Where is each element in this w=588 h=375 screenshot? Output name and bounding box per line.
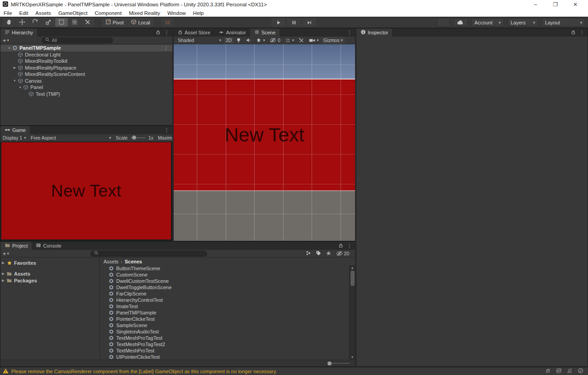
audio-toggle-button[interactable] [244, 37, 253, 44]
search-by-label-icon[interactable] [316, 250, 321, 257]
cloud-button[interactable] [453, 18, 468, 27]
asset-list-item[interactable]: ButtonThemeScene [100, 265, 349, 272]
close-button[interactable]: ✕ [565, 0, 585, 9]
hierarchy-item[interactable]: Directional Light [0, 52, 172, 58]
tree-collapsed-icon[interactable]: ▶ [0, 272, 6, 276]
thumbnail-size-slider[interactable] [328, 363, 350, 364]
hierarchy-search-input[interactable]: All [42, 38, 113, 43]
menu-item-assets[interactable]: Assets [35, 10, 51, 16]
panel-menu-icon[interactable]: ⋮ [347, 30, 352, 36]
game-viewport[interactable]: New Text [0, 142, 172, 241]
tab-hierarchy[interactable]: Hierarchy [0, 28, 37, 37]
lock-icon[interactable] [571, 30, 576, 36]
menu-item-mixed-reality[interactable]: Mixed Reality [129, 10, 160, 16]
status-ok-icon[interactable] [578, 368, 583, 375]
asset-list-item[interactable]: TextMeshProTagTest2 [100, 341, 349, 347]
menu-item-component[interactable]: Component [95, 10, 121, 16]
layout-dropdown[interactable]: Layout▾ [542, 18, 585, 27]
scrollbar[interactable]: ▲ ▼ [349, 265, 355, 360]
tab-project[interactable]: Project [0, 242, 32, 250]
camera-dropdown[interactable]: ▾ [307, 37, 321, 44]
lock-icon[interactable] [156, 30, 161, 36]
asset-list-item[interactable]: ImateTest [100, 303, 349, 309]
project-search-input[interactable] [90, 251, 207, 257]
scroll-down-icon[interactable]: ▼ [351, 355, 354, 360]
create-asset-button[interactable]: +▾ [3, 250, 9, 257]
rect-tool[interactable] [55, 18, 68, 27]
asset-list-item[interactable]: DwellCustomTestScene [100, 278, 349, 284]
pause-button[interactable] [287, 18, 301, 27]
scene-visibility-button[interactable]: 0 [268, 37, 282, 44]
asset-list-item[interactable]: CustomScene [100, 272, 349, 278]
gizmos-dropdown[interactable]: Gizmos▾ [322, 37, 345, 44]
hierarchy-item[interactable]: ▼Canvas [0, 78, 172, 84]
menu-item-file[interactable]: File [4, 10, 12, 16]
account-dropdown[interactable]: Account▾ [471, 18, 504, 27]
lock-icon[interactable] [338, 243, 343, 249]
asset-list-item[interactable]: PanelTMPSample [100, 309, 349, 316]
panel-menu-icon[interactable]: ⋮ [164, 127, 169, 133]
asset-list-item[interactable]: HierarchyControlTest [100, 297, 349, 303]
hierarchy-item[interactable]: Text (TMP) [0, 91, 172, 98]
pivot-toggle-button[interactable]: Pivot [102, 18, 127, 27]
asset-list-item[interactable]: SampleScene [100, 322, 349, 328]
hierarchy-item[interactable]: ▶MixedRealityPlayspace [0, 65, 172, 71]
breadcrumb-root[interactable]: Assets [104, 259, 119, 264]
asset-list-item[interactable]: SingletonAudioTest [100, 328, 349, 335]
lighting-toggle-button[interactable] [234, 37, 243, 44]
play-button[interactable] [271, 18, 285, 27]
tab-scene[interactable]: Scene [250, 28, 280, 37]
rotate-tool[interactable] [29, 18, 42, 27]
minimize-button[interactable]: – [526, 0, 545, 9]
tree-collapsed-icon[interactable]: ▶ [0, 279, 6, 282]
tab-console[interactable]: Console [32, 242, 65, 250]
asset-list-item[interactable]: PointerClickeTest [100, 316, 349, 322]
sidebar-item-packages[interactable]: ▶Packages [0, 277, 100, 284]
breadcrumb-current[interactable]: Scenes [125, 259, 142, 264]
shading-mode-dropdown[interactable]: Shaded▾ [176, 37, 223, 44]
panel-menu-icon[interactable]: ⋮ [164, 30, 169, 36]
menu-item-edit[interactable]: Edit [19, 10, 28, 16]
sidebar-item-assets[interactable]: ▶Assets [0, 270, 100, 277]
display-dropdown[interactable]: Display 1▾ [3, 135, 26, 141]
effects-dropdown[interactable]: ▾ [254, 37, 267, 44]
cache-disabled-icon[interactable] [556, 368, 562, 375]
transform-tool[interactable] [68, 18, 81, 27]
menu-item-gameobject[interactable]: GameObject [58, 10, 88, 16]
hierarchy-item[interactable]: MixedRealityToolkit [0, 58, 172, 65]
restore-button[interactable]: ❐ [545, 0, 565, 9]
scroll-up-icon[interactable]: ▲ [351, 265, 354, 270]
panel-menu-icon[interactable]: ⋮ [347, 243, 352, 249]
grid-snap-button[interactable] [162, 18, 174, 27]
layers-dropdown[interactable]: Layers▾ [507, 18, 538, 27]
2d-toggle-button[interactable]: 2D [224, 37, 233, 44]
asset-list-item[interactable]: FarClipScene [100, 291, 349, 297]
maximize-on-play-toggle[interactable]: Maximize On Play [158, 135, 172, 141]
preview-packages-button[interactable] [437, 18, 450, 27]
asset-list-item[interactable]: TextMeshProTagTest [100, 335, 349, 341]
component-tools-button[interactable] [297, 37, 306, 44]
hierarchy-item[interactable]: ▼Panel [0, 84, 172, 91]
tab-asset-store[interactable]: Asset Store [174, 28, 214, 37]
scroll-thumb[interactable] [351, 271, 355, 286]
step-button[interactable] [302, 18, 316, 27]
debugger-disabled-icon[interactable] [545, 368, 551, 375]
tree-collapsed-icon[interactable]: ▶ [0, 261, 6, 265]
panel-menu-icon[interactable]: ⋮ [579, 30, 584, 36]
asset-list-item[interactable]: DwellToggleButtonScene [100, 284, 349, 291]
tree-expanded-icon[interactable]: ▼ [18, 86, 23, 89]
hierarchy-item[interactable]: ▼PanelTMPSample⋮ [0, 45, 172, 52]
grid-visibility-dropdown[interactable]: ▾ [283, 37, 296, 44]
tree-expanded-icon[interactable]: ▼ [12, 79, 17, 82]
custom-tool[interactable] [81, 18, 94, 27]
tab-animator[interactable]: Animator [214, 28, 250, 37]
scene-viewport[interactable]: New Text [174, 44, 355, 241]
tab-game[interactable]: Game [0, 126, 30, 134]
local-toggle-button[interactable]: Local [127, 18, 153, 27]
hierarchy-item[interactable]: MixedRealitySceneContent [0, 71, 172, 78]
menu-item-window[interactable]: Window [167, 10, 186, 16]
status-message[interactable]: Please remove the CanvasRenderer compone… [11, 369, 277, 374]
move-tool[interactable] [16, 18, 28, 27]
tab-inspector[interactable]: Inspector [356, 28, 392, 37]
scale-slider[interactable] [130, 137, 146, 138]
